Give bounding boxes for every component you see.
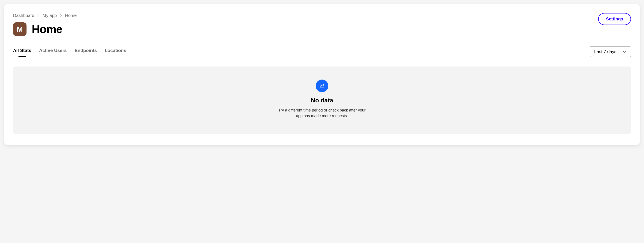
empty-state-title: No data — [311, 97, 333, 104]
tabs: All Stats Active Users Endpoints Locatio… — [13, 48, 126, 56]
tab-endpoints[interactable]: Endpoints — [74, 48, 97, 56]
breadcrumb: Dashboard My app Home — [13, 13, 77, 18]
tab-locations[interactable]: Locations — [105, 48, 126, 56]
app-icon: M — [13, 22, 26, 36]
breadcrumb-item-my-app[interactable]: My app — [42, 13, 57, 18]
tab-all-stats[interactable]: All Stats — [13, 48, 31, 56]
breadcrumb-item-dashboard[interactable]: Dashboard — [13, 13, 34, 18]
empty-state-panel: No data Try a different time period or c… — [13, 66, 631, 134]
main-card: Dashboard My app Home M Home Settings — [4, 4, 640, 145]
page-title: Home — [32, 22, 62, 36]
tab-active-users[interactable]: Active Users — [39, 48, 67, 56]
chevron-right-icon — [37, 14, 40, 18]
chevron-down-icon — [622, 50, 626, 54]
time-range-value: Last 7 days — [594, 49, 616, 54]
chart-icon — [316, 80, 328, 92]
time-range-select[interactable]: Last 7 days — [590, 46, 631, 57]
breadcrumb-item-home[interactable]: Home — [65, 13, 76, 18]
empty-state-body: Try a different time period or check bac… — [275, 107, 369, 119]
settings-button[interactable]: Settings — [598, 13, 631, 25]
chevron-right-icon — [60, 14, 62, 18]
